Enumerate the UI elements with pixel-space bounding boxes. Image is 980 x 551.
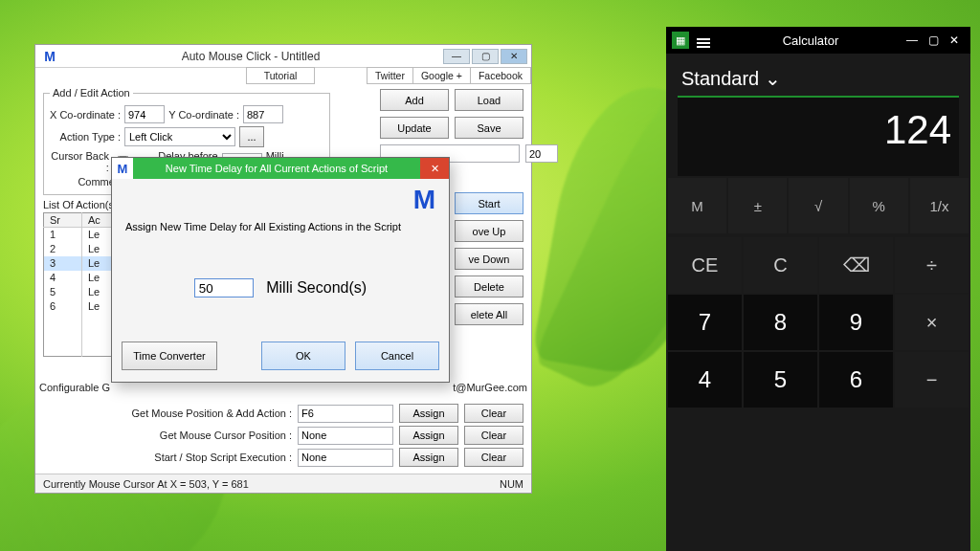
- action-type-label: Action Type :: [50, 131, 121, 143]
- calc-title: Calculator: [720, 33, 902, 48]
- delete-button[interactable]: Delete: [455, 276, 523, 298]
- save-button[interactable]: Save: [455, 117, 523, 139]
- key-7[interactable]: 7: [668, 295, 742, 350]
- support-link[interactable]: t@MurGee.com: [453, 382, 527, 393]
- cursor-position-status: Currently Mouse Cursor At X = 503, Y = 6…: [43, 478, 249, 490]
- close-button[interactable]: ✕: [501, 49, 527, 64]
- delay-unit-label: Milli Second(s): [266, 279, 367, 296]
- memory-row: M ± √ % 1/x: [666, 176, 970, 235]
- calc-close-button[interactable]: ✕: [944, 33, 965, 47]
- key-5[interactable]: 5: [744, 352, 817, 408]
- hotkey1-assign[interactable]: Assign: [399, 404, 458, 423]
- key-reciprocal[interactable]: 1/x: [910, 178, 969, 233]
- calc-maximize-button[interactable]: ▢: [923, 33, 944, 47]
- title-bar[interactable]: M Auto Mouse Click - Untitled — ▢ ✕: [35, 45, 531, 68]
- key-multiply[interactable]: ×: [895, 295, 969, 350]
- start-button[interactable]: Start: [455, 192, 523, 214]
- key-divide[interactable]: ÷: [895, 237, 969, 293]
- status-bar: Currently Mouse Cursor At X = 503, Y = 6…: [35, 474, 531, 493]
- window-title: Auto Mouse Click - Untitled: [60, 50, 441, 63]
- calculator-window: ▦ Calculator — ▢ ✕ Standard ⌄ 124 M ± √ …: [666, 27, 970, 551]
- hotkey1-clear[interactable]: Clear: [464, 404, 523, 423]
- comment-label: Commen: [50, 176, 121, 187]
- hotkey1-input[interactable]: [298, 405, 393, 423]
- cursor-back-label: Cursor Back :: [50, 150, 109, 173]
- key-9[interactable]: 9: [819, 295, 893, 350]
- link-googleplus[interactable]: Google +: [413, 67, 471, 84]
- key-plusminus[interactable]: ±: [728, 178, 787, 233]
- dialog-close-button[interactable]: ✕: [420, 158, 449, 179]
- mode-selector[interactable]: Standard ⌄: [666, 54, 970, 92]
- dialog-message: Assign New Time Delay for All Existing A…: [125, 221, 435, 232]
- delete-all-button[interactable]: elete All: [455, 303, 523, 325]
- function-row: CE C ⌫ ÷ 7 8 9 × 4 5 6 −: [666, 235, 970, 409]
- calc-display: 124: [678, 96, 959, 176]
- cancel-button[interactable]: Cancel: [355, 342, 439, 370]
- key-backspace[interactable]: ⌫: [819, 237, 893, 293]
- hotkey1-label: Get Mouse Position & Add Action :: [110, 408, 292, 419]
- key-4[interactable]: 4: [668, 352, 742, 408]
- action-more-button[interactable]: ...: [239, 126, 264, 147]
- link-twitter[interactable]: Twitter: [367, 67, 413, 84]
- hotkey2-label: Get Mouse Cursor Position :: [110, 430, 292, 441]
- app-logo-icon: M: [39, 49, 60, 64]
- key-ce[interactable]: CE: [668, 237, 742, 293]
- key-m[interactable]: M: [668, 178, 726, 233]
- numlock-indicator: NUM: [500, 478, 523, 490]
- y-label: Y Co-ordinate :: [168, 109, 239, 121]
- y-input[interactable]: [243, 105, 283, 123]
- dialog-big-logo-icon: M: [413, 185, 435, 215]
- action-type-select[interactable]: Left Click: [124, 127, 235, 146]
- ok-button[interactable]: OK: [261, 342, 345, 370]
- time-delay-dialog: M New Time Delay for All Current Actions…: [111, 157, 450, 383]
- hotkey2-assign[interactable]: Assign: [399, 426, 458, 445]
- x-input[interactable]: [124, 105, 165, 123]
- hotkey3-clear[interactable]: Clear: [464, 448, 523, 467]
- dialog-title: New Time Delay for All Current Actions o…: [133, 163, 420, 174]
- calc-app-icon: ▦: [672, 32, 689, 49]
- mode-label: Standard: [681, 68, 759, 90]
- chevron-down-icon: ⌄: [765, 67, 781, 90]
- key-c[interactable]: C: [744, 237, 817, 293]
- key-percent[interactable]: %: [850, 178, 908, 233]
- link-facebook[interactable]: Facebook: [471, 67, 531, 84]
- add-button[interactable]: Add: [380, 89, 449, 111]
- key-minus[interactable]: −: [895, 352, 969, 408]
- key-8[interactable]: 8: [744, 295, 817, 350]
- time-converter-button[interactable]: Time Converter: [122, 342, 217, 370]
- move-up-button[interactable]: ove Up: [455, 220, 523, 242]
- minimize-button[interactable]: —: [443, 49, 470, 64]
- load-button[interactable]: Load: [455, 89, 523, 111]
- col-sr: Sr: [44, 213, 82, 228]
- hotkey3-assign[interactable]: Assign: [399, 448, 458, 467]
- key-sqrt[interactable]: √: [789, 178, 847, 233]
- delay-value-input[interactable]: [194, 278, 254, 298]
- hotkey3-input[interactable]: [298, 449, 393, 467]
- hamburger-icon[interactable]: [697, 33, 710, 47]
- move-down-button[interactable]: ve Down: [455, 248, 523, 270]
- x-label: X Co-ordinate :: [50, 109, 121, 121]
- calc-minimize-button[interactable]: —: [902, 33, 923, 47]
- maximize-button[interactable]: ▢: [472, 49, 499, 64]
- dialog-title-bar[interactable]: M New Time Delay for All Current Actions…: [112, 158, 449, 179]
- hotkey2-clear[interactable]: Clear: [464, 426, 523, 445]
- update-button[interactable]: Update: [380, 117, 449, 139]
- hotkey2-input[interactable]: [298, 427, 393, 445]
- key-6[interactable]: 6: [819, 352, 893, 408]
- calc-title-bar[interactable]: ▦ Calculator — ▢ ✕: [666, 27, 970, 54]
- dialog-logo-icon: M: [112, 158, 133, 179]
- repeat-extra-input[interactable]: [525, 144, 558, 163]
- tutorial-button[interactable]: Tutorial: [246, 67, 315, 84]
- group-label: Add / Edit Action: [50, 87, 133, 99]
- hotkey3-label: Start / Stop Script Execution :: [110, 452, 292, 463]
- config-label: Configurable G: [39, 382, 110, 393]
